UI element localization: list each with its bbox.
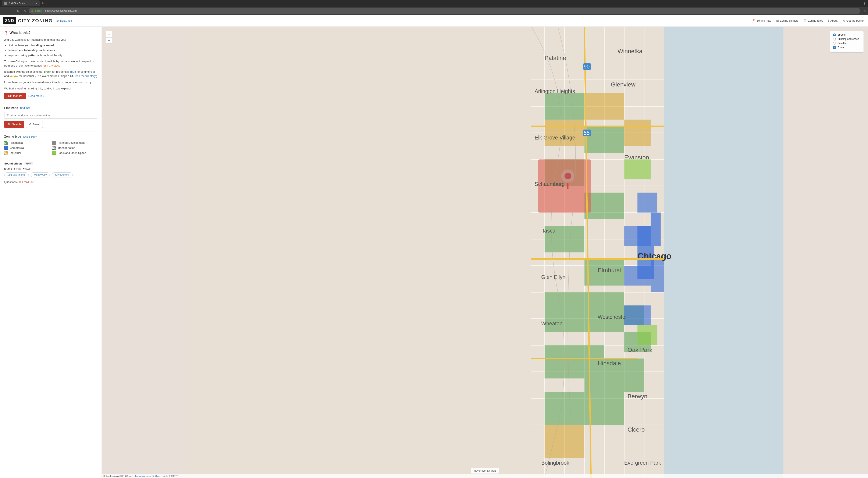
active-tab[interactable]: ? 2nd City Zoning × [2, 0, 40, 6]
full-story-link[interactable]: read the full story [74, 74, 96, 78]
rules-icon: 📋 [803, 19, 807, 22]
sound-off-badge[interactable]: ◀ Off [25, 162, 33, 165]
email-link[interactable]: ✉ Email us [19, 180, 33, 184]
nav-get-poster-label: Get the poster! [846, 19, 865, 22]
what-title-text: What is this? [9, 31, 31, 35]
reset-icon: ↺ [29, 123, 31, 126]
theme-cityshimmy-button[interactable]: City Shimmy [52, 172, 72, 177]
back-button[interactable]: ← [2, 8, 7, 13]
map-container[interactable]: Palatine Winnetka Arlington Heights Glen… [102, 27, 868, 478]
residential-label: Residential [10, 141, 23, 144]
search-icon: 🔍 [8, 123, 11, 126]
theme-moogycity-button[interactable]: Moogy City [31, 172, 50, 177]
zoning-label: Zoning [837, 46, 845, 49]
nav-get-poster[interactable]: 🖨 Get the poster! [843, 19, 865, 22]
nav-zoning-rules-label: Zoning rules [808, 19, 823, 22]
legend-building-addresses[interactable]: Building addresses [833, 37, 861, 40]
svg-rect-42 [624, 120, 651, 146]
zoning-checkbox[interactable]: ✓ [833, 46, 836, 49]
simcity-link[interactable]: Sim City 2000 [43, 64, 60, 67]
attribution-terms[interactable]: Términos de uso [135, 475, 151, 477]
legend-streets[interactable]: Streets [833, 33, 861, 36]
zoning-item-transportation: Transportation [52, 146, 97, 150]
legend-satellite[interactable]: Satellite [833, 42, 861, 45]
zoning-type-title: Zoning type what's that? [4, 135, 97, 138]
attribution-notify[interactable]: Notificar [152, 475, 160, 477]
home-button[interactable]: ⌂ [22, 8, 28, 13]
zoning-item-industrial: Industrial [4, 151, 50, 155]
address-bar[interactable]: 🔒 Secure https://secondcityzoning.org [29, 8, 860, 14]
svg-text:Evergreen Park: Evergreen Park [624, 460, 661, 466]
bullet-3: explore zoning patterns throughout the c… [8, 53, 97, 57]
map-zoom-controls: + − [106, 31, 112, 44]
tab-favicon: ? [4, 2, 7, 5]
streets-radio[interactable] [833, 33, 836, 36]
svg-rect-31 [545, 392, 624, 425]
music-play-button[interactable]: ▶ Play [14, 167, 22, 170]
byline-by: By [56, 19, 59, 22]
nav-zoning-map[interactable]: 📍 Zoning map [752, 19, 771, 22]
svg-text:Arlington Heights: Arlington Heights [535, 88, 575, 94]
nav-zoning-districts-label: Zoning districts [780, 19, 798, 22]
transportation-swatch [52, 146, 56, 150]
parks-label: Parks and Open Space [58, 151, 86, 154]
browser-tabs: ? 2nd City Zoning × + ⋮ [0, 0, 868, 7]
address-search-input[interactable] [4, 112, 97, 119]
browser-chrome: ? 2nd City Zoning × + ⋮ ← → ↻ ⌂ 🔒 Secure… [0, 0, 868, 15]
attribution-text: Datos de mapas ©2018 Google · Términos d… [103, 475, 179, 477]
music-stop-button[interactable]: ■ Stop [23, 167, 31, 170]
nav-zoning-rules[interactable]: 📋 Zoning rules [803, 19, 823, 22]
nav-about-label: About [830, 19, 837, 22]
main-content: ❓ What is this? 2nd City Zoning is an in… [0, 27, 868, 478]
satellite-radio[interactable] [833, 42, 836, 45]
attribution-leaflet[interactable]: Leaflet [162, 475, 168, 477]
read-more-button[interactable]: Read more » [28, 94, 44, 97]
zoom-out-button[interactable]: − [106, 37, 112, 44]
svg-rect-22 [545, 93, 585, 120]
poster-icon: 🖨 [843, 19, 845, 22]
url-text: https://secondcityzoning.org [45, 9, 77, 12]
svg-rect-40 [545, 120, 585, 146]
streets-label: Streets [837, 33, 845, 36]
theme-simcity-button[interactable]: Sim City Theme [4, 172, 29, 177]
parks-swatch [52, 151, 56, 155]
building-addresses-label: Building addresses [837, 37, 859, 40]
main-nav: 📍 Zoning map ▦ Zoning districts 📋 Zoning… [752, 19, 865, 22]
tab-close[interactable]: × [36, 2, 37, 5]
reset-button[interactable]: ↺ Reset [26, 121, 43, 128]
svg-rect-43 [545, 425, 585, 458]
zoning-item-planned: Planned Development [52, 141, 97, 145]
svg-rect-32 [564, 305, 585, 325]
svg-rect-38 [638, 193, 657, 213]
refresh-button[interactable]: ↻ [15, 8, 21, 13]
nav-about[interactable]: ℹ About [828, 19, 837, 22]
svg-text:Elmhurst: Elmhurst [598, 267, 621, 273]
forward-button[interactable]: → [8, 8, 14, 13]
find-me-link[interactable]: find me! [20, 107, 30, 110]
svg-point-73 [564, 173, 571, 179]
zoom-in-button[interactable]: + [106, 31, 112, 37]
legend-zoning[interactable]: ✓ Zoning [833, 46, 861, 49]
map-attribution: Datos de mapas ©2018 Google · Términos d… [102, 474, 868, 478]
search-button[interactable]: 🔍 Search [4, 121, 24, 128]
tab-overflow[interactable]: ⋮ [863, 1, 866, 5]
svg-rect-41 [585, 93, 624, 120]
tab-title: 2nd City Zoning [8, 2, 26, 5]
bookmark-star[interactable]: ☆ [863, 9, 866, 13]
search-button-group: 🔍 Search ↺ Reset [4, 121, 97, 128]
hover-tooltip: Hover over an area [471, 468, 499, 474]
ok-thanks-button[interactable]: Ok, thanks! [4, 93, 26, 99]
svg-text:Wheaton: Wheaton [541, 321, 562, 326]
building-addresses-radio[interactable] [833, 38, 836, 40]
bullet-1: find out how your building is zoned [8, 43, 97, 48]
whats-that-link[interactable]: what's that? [23, 136, 37, 138]
planned-label: Planned Development [58, 141, 85, 144]
industrial-label: Industrial [10, 151, 21, 154]
byline-author[interactable]: DataMade [60, 19, 72, 22]
secure-label: Secure [35, 9, 42, 12]
nav-zoning-districts[interactable]: ▦ Zoning districts [776, 19, 798, 22]
svg-text:Palatine: Palatine [545, 55, 566, 61]
bullet-2: learn where to locate your business [8, 48, 97, 52]
new-tab-button[interactable]: + [41, 1, 44, 6]
zoning-item-parks: Parks and Open Space [52, 151, 97, 155]
